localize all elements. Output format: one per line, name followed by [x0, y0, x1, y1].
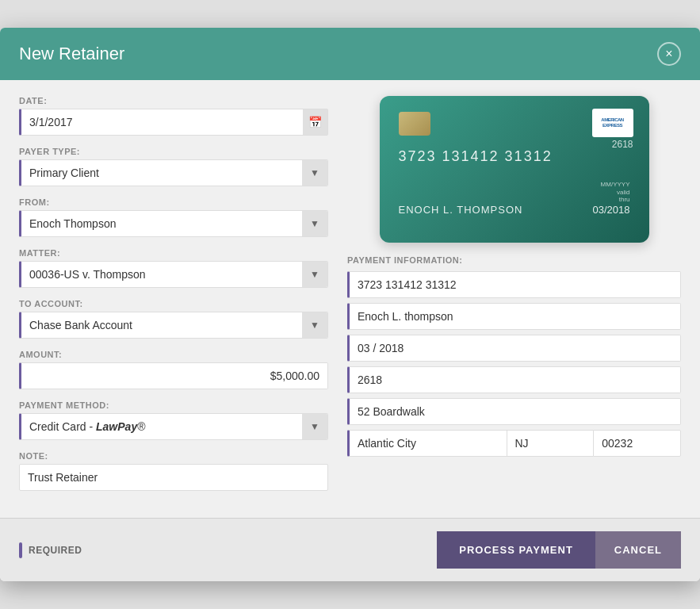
to-account-select[interactable]: Chase Bank Account ▼ [19, 312, 328, 339]
payment-method-dropdown-arrow[interactable]: ▼ [302, 414, 327, 439]
card-number-display: 3723 131412 31312 [399, 148, 630, 165]
left-panel: DATE: 📅 PAYER TYPE: Primary Client ▼ FRO… [19, 96, 328, 502]
from-dropdown-arrow[interactable]: ▼ [302, 211, 327, 236]
new-retainer-modal: New Retainer × DATE: 📅 PAYER TYPE: Prima… [0, 28, 700, 581]
payment-info-section-label: PAYMENT INFORMATION: [347, 255, 681, 265]
payment-city[interactable]: Atlantic City [347, 430, 507, 457]
payer-type-label: PAYER TYPE: [19, 147, 328, 156]
amount-label: AMOUNT: [19, 350, 328, 359]
to-account-dropdown-arrow[interactable]: ▼ [302, 312, 327, 338]
payer-type-dropdown-arrow[interactable]: ▼ [302, 160, 327, 186]
amex-logo: AMERICAN EXPRESS [592, 109, 633, 137]
date-input-row: 📅 [19, 109, 328, 136]
from-value: Enoch Thompson [21, 211, 302, 236]
amount-input[interactable] [19, 362, 328, 389]
close-button[interactable]: × [657, 42, 681, 66]
payment-method-value: Credit Card - LawPay® [21, 414, 302, 439]
date-label: DATE: [19, 96, 328, 105]
payment-method-label: PAYMENT METHOD: [19, 400, 328, 410]
from-field-group: FROM: Enoch Thompson ▼ [19, 197, 328, 237]
card-expiry-area: MM/YYYYvalidthru 03/2018 [593, 181, 630, 216]
payer-type-field-group: PAYER TYPE: Primary Client ▼ [19, 147, 328, 186]
payment-state[interactable]: NJ [507, 430, 594, 457]
payment-card-number[interactable]: 3723 131412 31312 [347, 271, 681, 298]
required-label: REQUIRED [19, 542, 82, 558]
card-expiry: 03/2018 [593, 204, 630, 216]
card-bottom: ENOCH L. THOMPSON MM/YYYYvalidthru 03/20… [399, 181, 630, 216]
matter-value: 00036-US v. Thompson [21, 262, 302, 287]
credit-card-visual: AMERICAN EXPRESS 2618 3723 131412 31312 … [380, 96, 649, 243]
card-last4: 2618 [592, 139, 633, 150]
modal-header: New Retainer × [0, 28, 700, 80]
matter-field-group: MATTER: 00036-US v. Thompson ▼ [19, 248, 328, 288]
note-input[interactable] [19, 464, 328, 491]
to-account-value: Chase Bank Account [21, 312, 302, 338]
modal-footer: REQUIRED PROCESS PAYMENT CANCEL [0, 518, 700, 581]
matter-label: MATTER: [19, 248, 328, 258]
payment-address[interactable]: 52 Boardwalk [347, 398, 681, 425]
payment-expiry[interactable]: 03 / 2018 [347, 335, 681, 362]
calendar-icon-button[interactable]: 📅 [303, 109, 328, 136]
cancel-button[interactable]: CANCEL [595, 531, 681, 569]
note-field-group: NOTE: [19, 451, 328, 491]
modal-body: DATE: 📅 PAYER TYPE: Primary Client ▼ FRO… [0, 80, 700, 518]
payment-cvv[interactable]: 2618 [347, 366, 681, 393]
required-bar-indicator [19, 542, 22, 558]
matter-select[interactable]: 00036-US v. Thompson ▼ [19, 261, 328, 288]
payer-type-value: Primary Client [21, 160, 302, 186]
from-select[interactable]: Enoch Thompson ▼ [19, 210, 328, 237]
date-input[interactable] [19, 109, 303, 136]
process-payment-button[interactable]: PROCESS PAYMENT [437, 531, 595, 569]
card-network-logo: AMERICAN EXPRESS 2618 [592, 109, 633, 150]
card-holder-name: ENOCH L. THOMPSON [399, 204, 523, 216]
card-chip [399, 112, 430, 136]
payer-type-select[interactable]: Primary Client ▼ [19, 159, 328, 186]
matter-dropdown-arrow[interactable]: ▼ [302, 262, 327, 287]
date-field-group: DATE: 📅 [19, 96, 328, 136]
to-account-field-group: TO ACCOUNT: Chase Bank Account ▼ [19, 299, 328, 339]
payment-city-state-zip-row: Atlantic City NJ 00232 [347, 430, 681, 457]
note-label: NOTE: [19, 451, 328, 461]
footer-buttons: PROCESS PAYMENT CANCEL [437, 531, 681, 569]
amount-field-group: AMOUNT: [19, 350, 328, 389]
payment-cardholder-name[interactable]: Enoch L. thompson [347, 303, 681, 330]
to-account-label: TO ACCOUNT: [19, 299, 328, 308]
payment-method-select[interactable]: Credit Card - LawPay® ▼ [19, 413, 328, 440]
from-label: FROM: [19, 197, 328, 207]
payment-zip[interactable]: 00232 [593, 430, 681, 457]
modal-title: New Retainer [19, 44, 124, 64]
right-panel: AMERICAN EXPRESS 2618 3723 131412 31312 … [347, 96, 681, 502]
required-text: REQUIRED [29, 545, 82, 556]
card-valid-label: MM/YYYYvalidthru [593, 181, 630, 204]
payment-method-field-group: PAYMENT METHOD: Credit Card - LawPay® ▼ [19, 400, 328, 440]
